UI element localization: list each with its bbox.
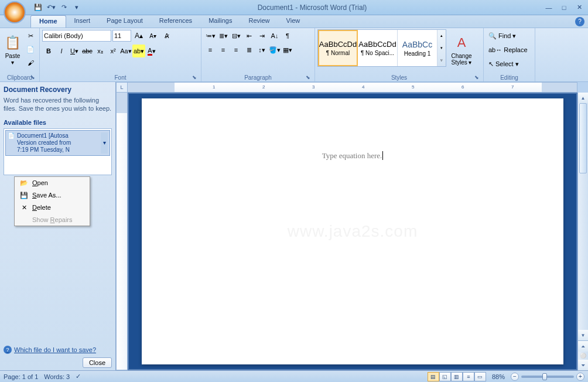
minimize-button[interactable]: — xyxy=(542,3,555,12)
draft-view-icon[interactable]: ▭ xyxy=(474,372,486,381)
bullets-icon[interactable]: ≔▾ xyxy=(204,29,217,42)
vertical-scrollbar[interactable]: ▲ ▼ ⏶ ⚪ ⏷ xyxy=(577,93,588,370)
clear-format-icon[interactable]: A̷ xyxy=(160,29,173,42)
find-label: Find xyxy=(498,32,511,39)
ruler-tab-selector[interactable]: L xyxy=(116,82,128,93)
decrease-indent-icon[interactable]: ⇤ xyxy=(242,29,255,42)
scroll-up-icon[interactable]: ▲ xyxy=(578,93,588,103)
page-status[interactable]: Page: 1 of 1 xyxy=(4,373,38,380)
borders-icon[interactable]: ▦▾ xyxy=(281,43,294,56)
change-case-button[interactable]: Aa▾ xyxy=(119,45,132,57)
style-no-spacing[interactable]: AaBbCcDd ¶ No Spaci... xyxy=(358,30,398,66)
find-button[interactable]: 🔍Find ▾ xyxy=(486,29,532,42)
font-launcher-icon[interactable]: ⬊ xyxy=(191,74,198,81)
align-center-icon[interactable]: ≡ xyxy=(217,43,230,56)
line-spacing-icon[interactable]: ↕▾ xyxy=(255,43,268,56)
close-window-button[interactable]: ✕ xyxy=(573,3,586,12)
zoom-thumb[interactable] xyxy=(542,373,547,380)
increase-indent-icon[interactable]: ⇥ xyxy=(255,29,268,42)
replace-button[interactable]: ab↔Replace xyxy=(486,43,532,56)
prev-page-icon[interactable]: ⏶ xyxy=(578,341,588,352)
recovered-file-list: 📄 Document1 [Autosa Version created from… xyxy=(4,128,112,175)
tab-home[interactable]: Home xyxy=(30,15,66,28)
zoom-percent[interactable]: 88% xyxy=(492,373,505,380)
change-styles-button[interactable]: A Change Styles ▾ xyxy=(447,29,476,69)
cut-icon[interactable]: ✂ xyxy=(24,29,37,42)
highlight-icon[interactable]: ab▾ xyxy=(132,45,145,57)
equation-placeholder[interactable]: Type equation here. xyxy=(183,151,522,161)
multilevel-list-icon[interactable]: ⊟▾ xyxy=(230,29,242,42)
office-button[interactable] xyxy=(4,1,26,23)
shading-icon[interactable]: 🪣▾ xyxy=(268,43,281,56)
styles-launcher-icon[interactable]: ⬊ xyxy=(473,74,480,81)
redo-icon[interactable]: ↷ xyxy=(59,2,69,13)
show-marks-icon[interactable]: ¶ xyxy=(281,29,294,42)
recovered-file-item[interactable]: 📄 Document1 [Autosa Version created from… xyxy=(5,130,110,156)
undo-icon[interactable]: ↶▾ xyxy=(46,2,56,13)
help-icon[interactable]: ? xyxy=(575,17,584,26)
menu-delete[interactable]: ✕Delete xyxy=(15,202,90,214)
style-normal[interactable]: AaBbCcDd ¶ Normal xyxy=(318,30,358,66)
menu-save-as[interactable]: 💾Save As... xyxy=(15,189,90,202)
save-icon[interactable]: 💾 xyxy=(33,2,43,13)
styles-gallery-more[interactable]: ▴▾▿ xyxy=(437,30,446,66)
styles-gallery: AaBbCcDd ¶ Normal AaBbCcDd ¶ No Spaci...… xyxy=(317,29,446,67)
clipboard-launcher-icon[interactable]: ⬊ xyxy=(29,74,36,81)
font-color-icon[interactable]: A▾ xyxy=(145,45,158,57)
tab-references[interactable]: References xyxy=(151,15,200,28)
numbering-icon[interactable]: ≣▾ xyxy=(217,29,230,42)
italic-button[interactable]: I xyxy=(55,45,68,57)
paragraph-launcher-icon[interactable]: ⬊ xyxy=(305,74,312,81)
next-page-icon[interactable]: ⏷ xyxy=(578,360,588,370)
scroll-thumb[interactable] xyxy=(579,103,587,173)
align-left-icon[interactable]: ≡ xyxy=(204,43,217,56)
maximize-button[interactable]: □ xyxy=(558,3,570,12)
strike-button[interactable]: abc xyxy=(81,45,94,57)
browse-object-icon[interactable]: ⚪ xyxy=(578,352,588,360)
recovery-link-label: Which file do I want to save? xyxy=(14,346,96,353)
grow-font-icon[interactable]: A▴ xyxy=(132,29,145,42)
full-screen-view-icon[interactable]: ◱ xyxy=(439,372,451,381)
word-count[interactable]: Words: 3 xyxy=(44,373,70,380)
web-layout-view-icon[interactable]: ▥ xyxy=(451,372,463,381)
tab-page-layout[interactable]: Page Layout xyxy=(98,15,151,28)
tab-mailings[interactable]: Mailings xyxy=(200,15,240,28)
tab-review[interactable]: Review xyxy=(240,15,278,28)
shrink-font-icon[interactable]: A▾ xyxy=(146,29,159,42)
zoom-out-button[interactable]: − xyxy=(511,373,519,381)
paste-button[interactable]: 📋 Paste ▾ xyxy=(2,29,23,69)
tab-view[interactable]: View xyxy=(278,15,309,28)
format-painter-icon[interactable]: 🖌 xyxy=(24,56,37,69)
qat-customize-icon[interactable]: ▾ xyxy=(71,2,82,13)
zoom-in-button[interactable]: + xyxy=(576,373,584,381)
font-name-combo[interactable] xyxy=(42,30,111,42)
font-size-combo[interactable] xyxy=(112,30,131,42)
underline-button[interactable]: U▾ xyxy=(68,45,81,57)
superscript-button[interactable]: x² xyxy=(107,45,119,57)
tab-insert[interactable]: Insert xyxy=(66,15,99,28)
recovery-close-button[interactable]: Close xyxy=(83,357,112,368)
copy-icon[interactable]: 📄 xyxy=(24,43,37,56)
horizontal-ruler[interactable]: 1 2 3 4 5 6 7 xyxy=(128,82,577,93)
style-heading1[interactable]: AaBbCc Heading 1 xyxy=(398,30,437,66)
document-viewport[interactable]: Type equation here. www.java2s.com xyxy=(128,93,577,370)
vertical-ruler[interactable] xyxy=(116,93,128,370)
chevron-down-icon[interactable]: ▾ xyxy=(101,132,108,154)
scroll-down-icon[interactable]: ▼ xyxy=(578,330,588,340)
subscript-button[interactable]: x₂ xyxy=(94,45,107,57)
align-right-icon[interactable]: ≡ xyxy=(230,43,242,56)
proofing-icon[interactable]: ✓ xyxy=(76,373,81,380)
print-layout-view-icon[interactable]: ▤ xyxy=(428,372,439,381)
page[interactable]: Type equation here. xyxy=(142,98,563,364)
menu-open[interactable]: 📂Open xyxy=(15,177,90,189)
select-button[interactable]: ↖Select ▾ xyxy=(486,57,532,70)
sort-icon[interactable]: A↓ xyxy=(268,29,281,42)
bold-button[interactable]: B xyxy=(42,45,55,57)
outline-view-icon[interactable]: ≡ xyxy=(463,372,474,381)
recovery-help-link[interactable]: ?Which file do I want to save? xyxy=(4,346,112,354)
save-icon: 💾 xyxy=(19,192,29,199)
recovery-header: Document Recovery xyxy=(4,84,112,96)
replace-label: Replace xyxy=(504,46,527,53)
justify-icon[interactable]: ≣ xyxy=(242,43,255,56)
zoom-track[interactable] xyxy=(521,376,574,378)
